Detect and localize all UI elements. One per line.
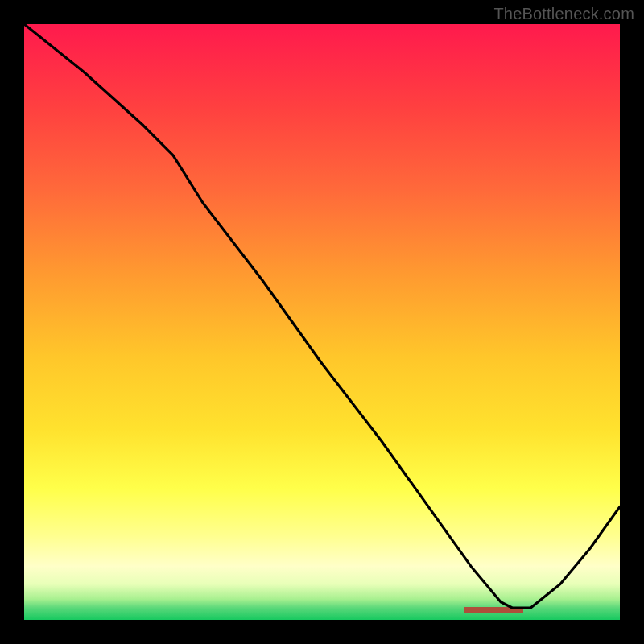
chart-frame: TheBottleneck.com — [0, 0, 644, 644]
watermark-text: TheBottleneck.com — [493, 5, 634, 23]
chart-plot-area — [24, 24, 620, 620]
chart-svg — [24, 24, 620, 620]
gradient-background — [24, 24, 620, 620]
